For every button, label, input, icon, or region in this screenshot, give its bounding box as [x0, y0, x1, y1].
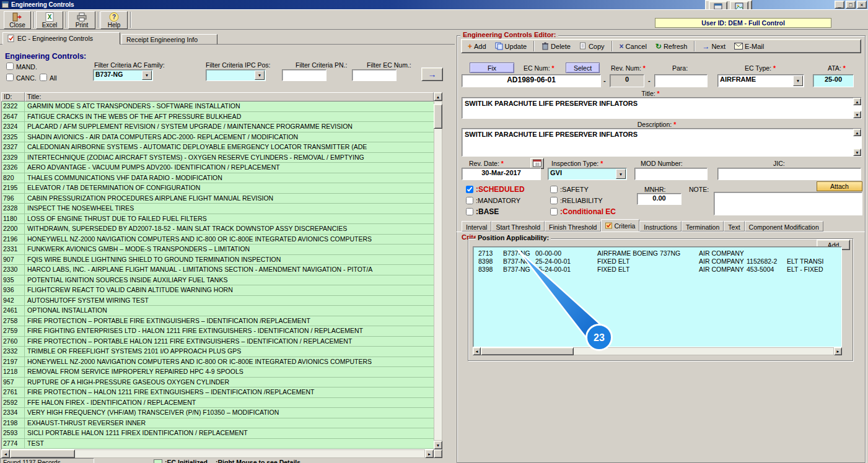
tab-ec-engineering-controls[interactable]: EC - Engineering Controls: [2, 32, 120, 45]
position-row[interactable]: 8398B737-NG25-24-00-01FIXED ELTAIR COMPA…: [473, 257, 841, 266]
safety-checkbox[interactable]: [550, 186, 558, 193]
table-row[interactable]: 2322GARMIN MODE S ATC TRANSPONDERS - SOF…: [2, 102, 434, 112]
help-button[interactable]: ? Help: [100, 11, 128, 29]
tab-receipt-engineering-info[interactable]: Receipt Engineering Info: [121, 34, 217, 45]
scroll-down-icon[interactable]: ▼: [853, 149, 861, 156]
scroll-down-icon[interactable]: ▼: [434, 441, 442, 449]
table-row[interactable]: 936FLIGHTCREW REACT TO VALID CABIN ALTIT…: [2, 285, 434, 296]
id-column-header[interactable]: ID:: [1, 92, 25, 102]
scroll-left-icon[interactable]: ◄: [1, 449, 10, 458]
close-window-button[interactable]: ×: [857, 1, 867, 9]
sub-tab-start-threshold[interactable]: Start Threshold: [491, 221, 545, 232]
note-input[interactable]: [714, 192, 862, 215]
title-input[interactable]: SWITLIK PARACHUTE LIFE PRESERVER INFLATO…: [462, 97, 862, 119]
minimize-button[interactable]: _: [835, 1, 844, 9]
table-row[interactable]: 2196HONEYWELL NZ-2000 NAVIGATION COMPUTE…: [2, 235, 434, 245]
apply-filter-button[interactable]: →: [421, 67, 443, 81]
mnhr-input[interactable]: 0.00: [637, 193, 682, 205]
cancel-button[interactable]: ×Cancel: [616, 40, 651, 52]
sub-tab-instructions[interactable]: Instructions: [639, 221, 682, 232]
table-row[interactable]: 2331FUNKWERK AVIONICS GMBH – MODE-S TRAN…: [2, 244, 434, 255]
next-button[interactable]: →Next: [698, 40, 729, 52]
table-row[interactable]: 2774TEST: [2, 439, 434, 449]
sub-tab-finish-threshold[interactable]: Finish Threshold: [545, 221, 601, 232]
scroll-up-icon[interactable]: ▲: [853, 98, 861, 105]
close-button[interactable]: Close: [4, 11, 31, 29]
table-row[interactable]: 2200WITHDRAWN, SUPERSEDED BY AD2007-18-5…: [2, 224, 434, 235]
filter-pn-input[interactable]: [282, 69, 327, 81]
table-row[interactable]: 2327CALEDONIAN AIRBORNE SYSTEMS - AUTOMA…: [2, 142, 434, 153]
add-button[interactable]: +Add: [464, 40, 490, 52]
table-row[interactable]: 2329INTERTECHNIQUE (ZODIAC AIRCRAFT SYST…: [2, 153, 434, 163]
attach-button[interactable]: Attach: [817, 181, 862, 191]
scroll-right-icon[interactable]: ►: [834, 347, 842, 355]
table-row[interactable]: 2326AERO ADVANTAGE - VACUUM PUMPS ADV200…: [2, 163, 434, 173]
delete-button[interactable]: Delete: [538, 40, 574, 52]
chevron-down-icon[interactable]: ▼: [793, 76, 803, 86]
inspection-type-select[interactable]: GVI ▼: [548, 168, 627, 180]
sub-tab-interval[interactable]: Interval: [462, 221, 491, 232]
table-row[interactable]: 2325SHADIN AVIONICS - AIR DATA COMPUTERS…: [2, 132, 434, 143]
table-row[interactable]: 2592FFE HALON FIREX - IDENTIFICATION / R…: [2, 398, 434, 409]
para-input[interactable]: [654, 74, 708, 87]
table-vscroll-track[interactable]: [434, 101, 442, 441]
scroll-up-icon[interactable]: ▲: [853, 129, 861, 136]
conditional-ec-checkbox[interactable]: [550, 208, 558, 215]
table-row[interactable]: 796CABIN PRESSURIZATION PROCEDURES AIRPL…: [2, 194, 434, 204]
reliability-checkbox[interactable]: [550, 197, 558, 204]
table-row[interactable]: 2332TRIMBLE OR FREEFLIGHT SYSTEMS 2101 I…: [2, 347, 434, 357]
base-checkbox[interactable]: [466, 208, 473, 215]
chevron-down-icon[interactable]: ▼: [255, 71, 265, 80]
chevron-down-icon[interactable]: ▼: [616, 169, 626, 179]
print-button[interactable]: Print: [68, 11, 95, 29]
refresh-button[interactable]: ↻Refresh: [652, 40, 691, 52]
scroll-up-icon[interactable]: ▲: [434, 92, 442, 101]
sub-tab-component-modification[interactable]: Component Modification: [745, 221, 823, 232]
table-row[interactable]: 942AUTOSHUTOFF SYSTEM WIRING TEST: [2, 296, 434, 306]
chevron-down-icon[interactable]: ▼: [142, 71, 152, 80]
table-row[interactable]: 2761FIRE PROTECTION – HALON 1211 FIRE EX…: [2, 387, 434, 398]
mand-checkbox[interactable]: [6, 63, 14, 70]
table-row[interactable]: 957RUPTURE OF A HIGH-PRESSURE GASEOUS OX…: [2, 378, 434, 388]
scroll-down-icon[interactable]: ▼: [853, 111, 861, 118]
table-row[interactable]: 2760FIRE PROTECTION – PORTABLE HALON 121…: [2, 337, 434, 347]
update-button[interactable]: Update: [491, 40, 530, 52]
title-column-header[interactable]: Title:: [25, 92, 434, 102]
table-row[interactable]: 2334VERY HIGH FREQUENCY (VHF/AM) TRANSCE…: [2, 408, 434, 418]
table-row[interactable]: 935POTENTIAL IGNITION SOURCES INSIDE AUX…: [2, 275, 434, 286]
canc-checkbox[interactable]: [6, 74, 14, 81]
table-row[interactable]: 2461OPTIONAL INSTALLATION: [2, 306, 434, 316]
ec-type-select[interactable]: AIRFRAME ▼: [717, 74, 804, 87]
fix-button[interactable]: Fix: [470, 63, 514, 73]
table-row[interactable]: 2759FIRE FIGHTING ENTERPRISES LTD - HALO…: [2, 326, 434, 337]
ac-family-select[interactable]: B737-NG ▼: [93, 69, 153, 81]
sub-tab-termination[interactable]: Termination: [682, 221, 724, 232]
position-hscroll-thumb[interactable]: [481, 347, 574, 355]
table-row[interactable]: 1218REMOVAL FROM SERVICE IMPROPERLY REPA…: [2, 367, 434, 378]
table-hscroll-thumb[interactable]: [10, 449, 75, 458]
copy-button[interactable]: Copy: [576, 40, 608, 52]
excel-button[interactable]: X Excel: [36, 11, 63, 29]
table-row[interactable]: 820THALES COMMUNICATIONS VHF DATA RADIO …: [2, 173, 434, 184]
filter-ec-input[interactable]: [352, 69, 397, 81]
table-row[interactable]: 1180LOSS OF ENGINE THRUST DUE TO FAILED …: [2, 214, 434, 225]
table-row[interactable]: 2197HONEYWELL NZ-2000 NAVIGATION COMPUTE…: [2, 357, 434, 368]
table-row[interactable]: 2324PLACARD / AFM SUPPLEMENT REVISION / …: [2, 122, 434, 132]
ec-num-input[interactable]: AD1989-06-01: [462, 74, 601, 87]
sub-tab-criteria[interactable]: Criteria: [601, 219, 639, 232]
description-input[interactable]: SWITLIK PARACHUTE LIFE PRESERVER INFLATO…: [462, 128, 862, 157]
ipc-pos-select[interactable]: ▼: [206, 69, 266, 81]
position-row[interactable]: 8398B737-NG25-24-00-01FIXED ELTAIR COMPA…: [473, 266, 841, 274]
jic-input[interactable]: [717, 168, 861, 180]
select-button[interactable]: Select: [566, 63, 600, 73]
table-row[interactable]: 2198EXHAUST-THRUST REVERSER INNER: [2, 418, 434, 429]
table-row[interactable]: 2647FATIGUE CRACKS IN THE WEBS OF THE AF…: [2, 112, 434, 123]
table-row[interactable]: 2328INSPECT THE NOSEWHEEL TIRES: [2, 204, 434, 214]
sub-tab-text[interactable]: Text: [724, 221, 744, 232]
rev-num-input[interactable]: 0: [610, 74, 644, 87]
table-row[interactable]: 907FQIS WIRE BUNDLE LIGHTNING SHIELD TO …: [2, 255, 434, 266]
ata-input[interactable]: 25-00: [813, 74, 854, 87]
position-row[interactable]: 2713B737-NG00-00-00AIRFRAME BOEING 737NG…: [473, 249, 841, 257]
scroll-left-icon[interactable]: ◄: [473, 347, 481, 355]
table-row[interactable]: 2195ELEVATOR / TAB DETERMINATION OF CONF…: [2, 183, 434, 194]
